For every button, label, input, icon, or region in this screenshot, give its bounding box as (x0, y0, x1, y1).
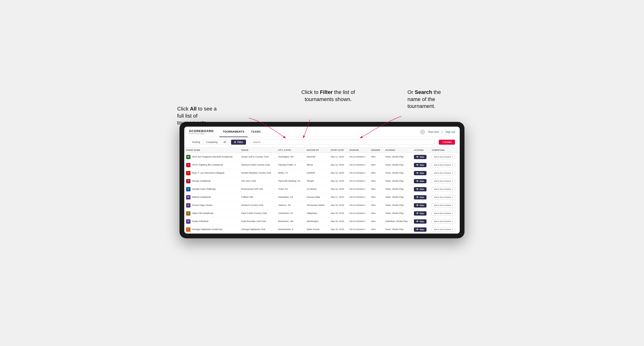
add-schedule-button-4[interactable]: Add to My Schedule + (432, 187, 455, 191)
gender-cell-9: Men (369, 225, 384, 234)
city-state-cell-3: Plymouth Meeting, PA (276, 177, 305, 185)
team-logo-0: M (186, 155, 190, 159)
scoring-cell-2: Team, Stroke Play (384, 169, 412, 177)
team-logo-8: W (186, 219, 190, 224)
hosted-by-cell-1: Illinois (305, 161, 329, 169)
team-logo-1: I (186, 163, 190, 167)
eye-icon-1: 👁 (416, 164, 418, 166)
view-button-9[interactable]: 👁 View (414, 227, 426, 232)
scoring-cell-3: Team, Stroke Play (384, 177, 412, 185)
start-date-cell-9: Sep 18, 2023 (329, 225, 348, 234)
annotation-all: Click All to see a full list of tourname… (177, 105, 220, 126)
tablet-screen: SCOREBOARD Powered by clippd TOURNAMENTS… (184, 127, 460, 234)
city-state-cell-8: Bremerton, WA (276, 217, 305, 225)
gender-cell-5: Men (369, 193, 384, 201)
venue-cell-9: Chicago Highlands Club (239, 225, 276, 234)
filter-button[interactable]: ☰ Filter (231, 140, 246, 145)
competing-cell-7: Add to My Schedule + (430, 209, 460, 217)
view-button-4[interactable]: 👁 View (414, 187, 426, 191)
division-cell-2: NCAA Division I (348, 169, 369, 177)
team-logo-9: C (186, 227, 190, 232)
competing-cell-8: Add to My Schedule + (430, 217, 460, 225)
action-cell-0: 👁 View (412, 153, 430, 161)
event-name-cell-6: G Grover Page Classic (184, 201, 239, 209)
eye-icon-6: 👁 (416, 204, 418, 206)
add-schedule-button-9[interactable]: Add to My Schedule + (432, 227, 455, 232)
scoring-cell-0: Team, Stroke Play (384, 153, 412, 161)
gender-cell-8: Men (369, 217, 384, 225)
view-button-2[interactable]: 👁 View (414, 171, 426, 175)
start-date-cell-1: Sep 15, 2023 (329, 161, 348, 169)
logo-sub: Powered by clippd (189, 133, 214, 135)
eye-icon-8: 👁 (416, 220, 418, 223)
logo-text: SCOREBOARD (189, 129, 214, 133)
hosting-tab[interactable]: Hosting (189, 140, 203, 145)
add-schedule-button-8[interactable]: Add to My Schedule + (432, 219, 455, 224)
add-schedule-button-6[interactable]: Add to My Schedule + (432, 203, 455, 207)
filter-label: Filter (237, 141, 243, 144)
competing-tab[interactable]: Competing (203, 140, 220, 145)
event-name-cell-7: V Valpo Fall Invitational (184, 209, 239, 217)
venue-cell-2: Shuttle Meadow Country Club (239, 169, 276, 177)
scoring-cell-7: Team, Stroke Play (384, 209, 412, 217)
add-schedule-button-5[interactable]: Add to My Schedule + (432, 195, 455, 199)
city-state-cell-7: Chesterton, IN (276, 209, 305, 217)
add-schedule-button-3[interactable]: Add to My Schedule + (432, 179, 455, 183)
team-logo-6: G (186, 203, 190, 207)
event-name-cell-0: M 2023 Joe Feaganes Marshall Invitationa… (184, 153, 239, 161)
plus-icon: + (452, 196, 453, 198)
view-button-3[interactable]: 👁 View (414, 179, 426, 183)
event-name-3: Temple Invitational (192, 179, 211, 182)
team-logo-3: T (186, 179, 190, 183)
add-schedule-button-7[interactable]: Add to My Schedule + (432, 211, 455, 216)
col-actions: ACTIONS (412, 148, 430, 153)
competing-cell-3: Add to My Schedule + (430, 177, 460, 185)
tablet-frame: SCOREBOARD Powered by clippd TOURNAMENTS… (180, 122, 464, 238)
start-date-cell-8: Sep 18, 2023 (329, 217, 348, 225)
team-logo-7: V (186, 211, 190, 216)
col-start-date: START DATE (329, 148, 348, 153)
view-button-7[interactable]: 👁 View (414, 211, 426, 216)
eye-icon-9: 👁 (416, 228, 418, 231)
gender-cell-4: Men (369, 185, 384, 193)
start-date-cell-0: Sep 11, 2023 (329, 153, 348, 161)
view-button-8[interactable]: 👁 View (414, 219, 426, 224)
view-button-6[interactable]: 👁 View (414, 203, 426, 207)
view-button-0[interactable]: 👁 View (414, 155, 426, 159)
col-event-name: EVENT NAME (184, 148, 239, 153)
create-button[interactable]: + Create (439, 140, 455, 145)
nav-tab-tournaments[interactable]: TOURNAMENTS (220, 127, 248, 137)
toolbar: Hosting Competing All ☰ Filter + Create (184, 137, 460, 148)
hosted-by-cell-3: Temple (305, 177, 329, 185)
view-button-5[interactable]: 👁 View (414, 195, 426, 199)
event-name-cell-4: U Upstate Dual Challenge (184, 185, 239, 193)
event-name-9: Chicago Highlands Invitational (192, 228, 222, 231)
all-tab[interactable]: All (220, 140, 229, 145)
add-schedule-button-2[interactable]: Add to My Schedule + (432, 171, 455, 175)
table-row: G Grover Page Classic Jackson Country Cl… (184, 201, 460, 209)
gender-cell-7: Men (369, 209, 384, 217)
eye-icon-0: 👁 (416, 156, 418, 158)
sign-out-link[interactable]: Sign out (446, 130, 455, 133)
add-schedule-button-0[interactable]: Add to My Schedule + (432, 155, 455, 159)
col-scoring: SCORING (384, 148, 412, 153)
table-row: W Husky Individual Gold Mountain Golf Cl… (184, 217, 460, 225)
app-header: SCOREBOARD Powered by clippd TOURNAMENTS… (184, 127, 460, 137)
division-cell-5: NCAA Division I (348, 193, 369, 201)
division-cell-6: NCAA Division I (348, 201, 369, 209)
eye-icon-4: 👁 (416, 188, 418, 190)
action-cell-2: 👁 View (412, 169, 430, 177)
gender-cell-6: Men (369, 201, 384, 209)
nav-tab-teams[interactable]: TEAMS (248, 127, 264, 137)
plus-icon: + (452, 212, 453, 214)
action-cell-3: 👁 View (412, 177, 430, 185)
hosted-by-cell-8: Washington (305, 217, 329, 225)
event-name-cell-1: I OFCC Fighting Illini Invitational (184, 161, 239, 169)
division-cell-7: NCAA Division I (348, 209, 369, 217)
col-division: DIVISION (348, 148, 369, 153)
add-schedule-button-1[interactable]: Add to My Schedule + (432, 163, 455, 167)
scoring-cell-5: Team, Stroke Play (384, 193, 412, 201)
search-input[interactable] (250, 140, 434, 145)
action-cell-8: 👁 View (412, 217, 430, 225)
view-button-1[interactable]: 👁 View (414, 163, 426, 167)
